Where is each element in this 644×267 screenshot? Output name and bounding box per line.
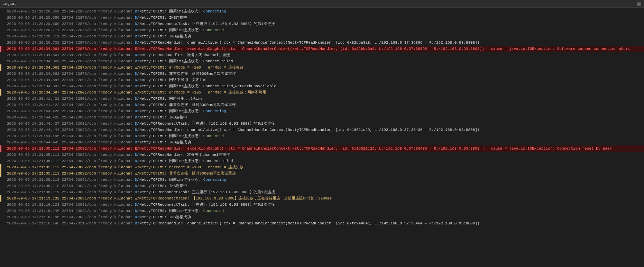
log-line: 2020-09-05 17:20:44.426 22764-23081/com.… [0,114,644,121]
log-line: 2020-09-05 17:21:16.133 22764-23081/com.… [0,202,644,208]
log-line: 2020-09-05 17:20:20.732 22764-22876/com.… [0,39,644,46]
log-line: 2020-09-05 17:20:34.661 22764-22876/com.… [0,46,644,52]
log-line: 2020-09-05 17:21:08.118 22764-23081/com.… [0,177,644,183]
log-line: 2020-09-05 17:20:44.445 22764-23081/com.… [0,139,644,145]
log-line: 2020-09-05 17:20:34.661 22764-22876/com.… [0,58,644,64]
log-line: 2020-09-05 17:21:16.146 22764-23215/com.… [0,220,644,226]
log-line: 2020-09-05 17:20:41.421 22764-22801/com.… [0,96,644,102]
log-line: 2020-09-05 17:21:05.111 22764-23082/com.… [0,145,644,152]
log-line: 2020-09-05 17:21:05.113 22764-23082/com.… [0,170,644,177]
title-bar: logcat □ [0,0,644,8]
maximize-button[interactable]: □ [637,2,641,6]
log-line: 2020-09-05 17:20:20.659 22764-22875/com.… [0,8,644,15]
log-line: 2020-09-05 17:21:16.146 22764-23081/com.… [0,208,644,214]
log-line: 2020-09-05 17:20:44.426 22764-23081/com.… [0,108,644,114]
log-line: 2020-09-05 17:20:20.711 22764-22875/com.… [0,33,644,39]
log-line: 2020-09-05 17:21:05.111 22764-23082/com.… [0,152,644,158]
log-line: 2020-09-05 17:21:13.132 22764-23081/com.… [0,195,644,202]
log-line: 2020-09-05 17:21:08.119 22764-23081/com.… [0,189,644,195]
log-line: 2020-09-05 17:20:20.659 22764-22875/com.… [0,15,644,21]
log-container[interactable]: 2020-09-05 17:20:20.659 22764-22875/com.… [0,8,644,267]
log-line: 2020-09-05 17:20:34.687 22764-22801/com.… [0,89,644,96]
log-line: 2020-09-05 17:20:44.445 22764-23081/com.… [0,133,644,139]
log-line: 2020-09-05 17:20:34.687 22764-22801/com.… [0,77,644,83]
log-line: 2020-09-05 17:20:41.422 22764-22801/com.… [0,102,644,108]
log-line: 2020-09-05 17:20:44.427 22764-23081/com.… [0,121,644,127]
log-line: 2020-09-05 17:21:05.112 22764-23082/com.… [0,158,644,164]
log-line: 2020-09-05 17:20:20.660 22764-22875/com.… [0,21,644,27]
app-title: logcat [3,2,17,6]
log-line: 2020-09-05 17:20:34.661 22764-22876/com.… [0,52,644,58]
log-line: 2020-09-05 17:20:34.687 22764-22801/com.… [0,83,644,89]
log-line: 2020-09-05 17:21:08.118 22764-23081/com.… [0,183,644,189]
log-line: 2020-09-05 17:20:34.662 22764-22876/com.… [0,71,644,77]
log-line: 2020-09-05 17:20:34.661 22764-22876/com.… [0,64,644,71]
log-line: 2020-09-05 17:20:20.711 22764-22875/com.… [0,27,644,33]
log-line: 2020-09-05 17:21:16.146 22764-23081/com.… [0,214,644,220]
log-line: 2020-09-05 17:20:44.444 22764-23082/com.… [0,127,644,133]
log-line: 2020-09-05 17:21:05.112 22764-23082/com.… [0,164,644,170]
title-bar-controls: □ [637,2,641,6]
